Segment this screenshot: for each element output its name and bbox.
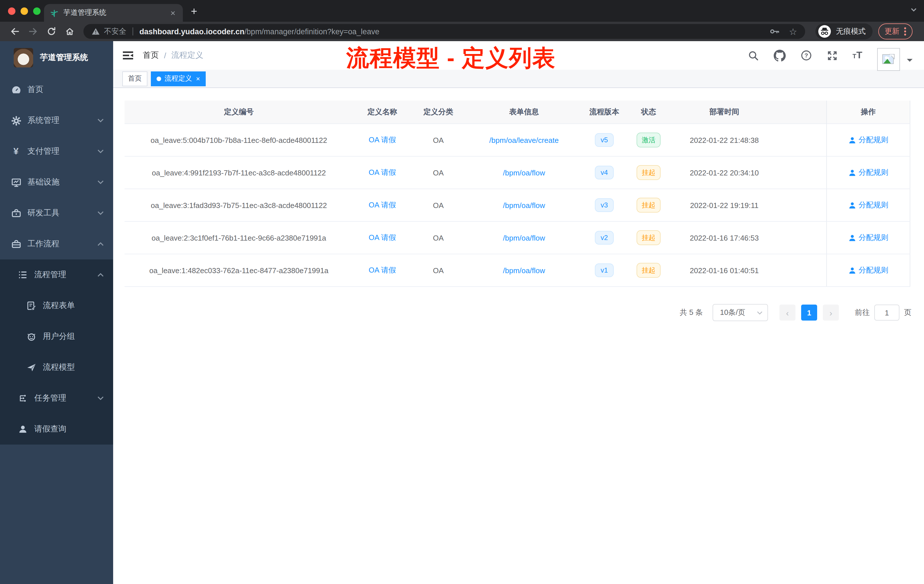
sidebar-item-task-management[interactable]: 任务管理 [0,383,113,414]
incognito-badge[interactable]: 无痕模式 [815,23,873,40]
breadcrumb: 首页 / 流程定义 [143,50,203,61]
definition-name-link[interactable]: OA 请假 [369,265,396,276]
column-header: 流程版本 [583,101,626,124]
page-1-button[interactable]: 1 [801,305,817,320]
form-icon [26,300,37,311]
new-tab-button[interactable]: + [191,6,197,16]
browser-tabstrip: 芋道管理系统 × + [0,0,924,22]
next-page-button[interactable]: › [823,305,839,320]
column-header: 定义编号 [125,101,353,124]
sidebar-item-payment[interactable]: ¥ 支付管理 [0,136,113,167]
column-header: 操作 [826,101,910,124]
sidebar-item-process-form[interactable]: 流程表单 [0,290,113,321]
deploy-time: 2022-01-22 20:34:10 [672,157,777,188]
sidebar-item-leave-query[interactable]: 请假查询 [0,414,113,445]
bookmark-star-icon[interactable]: ☆ [789,26,797,37]
page-size-value: 10条/页 [720,307,745,318]
assign-rule-button[interactable]: 分配规则 [848,265,888,276]
definition-id: oa_leave:1:482ec033-762a-11ec-8477-a2380… [125,254,353,286]
workflow-submenu: 流程管理 流程表单 用户分组 [0,259,113,445]
status-badge: 挂起 [637,198,660,213]
definition-name-link[interactable]: OA 请假 [369,167,396,178]
sidebar-item-system[interactable]: 系统管理 [0,105,113,136]
sidebar-item-label: 任务管理 [34,393,97,403]
definition-name-link[interactable]: OA 请假 [369,135,396,145]
maximize-window-button[interactable] [33,7,41,15]
password-key-icon[interactable] [769,27,780,35]
assign-rule-button[interactable]: 分配规则 [848,233,888,243]
form-link[interactable]: /bpm/oa/flow [503,233,545,242]
tag-process-definition[interactable]: 流程定义 × [151,71,206,86]
reload-icon[interactable] [46,26,56,36]
tab-search-chevron-icon[interactable] [910,7,917,12]
user-icon [848,169,856,176]
font-size-icon[interactable]: TT [853,50,862,61]
tag-home[interactable]: 首页 [122,71,147,86]
app-logo-row[interactable]: 芋道管理系统 [0,41,113,74]
sidebar-item-dev-tools[interactable]: 研发工具 [0,198,113,229]
page-size-select[interactable]: 10条/页 [713,304,768,321]
sidebar-item-process-model[interactable]: 流程模型 [0,352,113,383]
incognito-icon [818,25,832,38]
minimize-window-button[interactable] [21,7,28,15]
update-browser-button[interactable]: 更新 [878,23,912,40]
security-label[interactable]: 不安全 [104,26,126,36]
sidebar-item-label: 流程表单 [43,300,113,311]
help-question-icon[interactable]: ? [800,50,812,61]
sidebar-item-process-management[interactable]: 流程管理 [0,259,113,290]
assign-rule-label: 分配规则 [858,135,888,145]
list-tree-icon [17,270,28,280]
search-icon[interactable] [748,50,759,61]
goto-page-input[interactable] [874,305,899,320]
user-icon [848,234,856,241]
browser-menu-dots-icon[interactable] [904,27,906,36]
sidebar-item-label: 工作流程 [27,239,97,249]
table-row: oa_leave:2:3c1f0ef1-76b1-11ec-9c66-a2380… [125,222,910,254]
forward-icon[interactable] [28,26,38,36]
url-bar[interactable]: 不安全 dashboard.yudao.iocoder.cn/bpm/manag… [83,24,805,39]
tab-close-icon[interactable]: × [168,8,177,17]
chevron-down-icon [97,149,104,154]
definition-name-link[interactable]: OA 请假 [369,233,396,243]
definition-name-link[interactable]: OA 请假 [369,200,396,210]
avatar[interactable] [877,48,900,71]
definition-table: 定义编号 定义名称 定义分类 表单信息 流程版本 状态 部署时间 操作 oa_l… [125,101,910,287]
sidebar-item-home[interactable]: 首页 [0,74,113,105]
collapse-sidebar-icon[interactable] [113,41,143,70]
sidebar-item-infrastructure[interactable]: 基础设施 [0,167,113,198]
form-link[interactable]: /bpm/oa/flow [503,266,545,275]
github-icon[interactable] [774,49,786,61]
definition-category: OA [411,157,465,188]
deploy-time: 2022-01-16 17:46:53 [672,222,777,254]
briefcase-icon [10,239,22,249]
form-link[interactable]: /bpm/oa/flow [503,201,545,210]
back-icon[interactable] [10,26,20,36]
form-link[interactable]: /bpm/oa/flow [503,168,545,177]
definition-category: OA [411,254,465,286]
sidebar-item-user-group[interactable]: 用户分组 [0,321,113,352]
form-link[interactable]: /bpm/oa/leave/create [489,136,559,144]
assign-rule-label: 分配规则 [858,265,888,276]
assign-rule-button[interactable]: 分配规则 [848,167,888,178]
broken-image-icon [882,53,896,66]
assign-rule-button[interactable]: 分配规则 [848,135,888,145]
assign-rule-button[interactable]: 分配规则 [848,200,888,210]
prev-page-button[interactable]: ‹ [779,305,795,320]
chevron-up-icon [97,242,104,246]
fullscreen-icon[interactable] [827,50,838,61]
sidebar-item-label: 首页 [27,84,113,95]
sidebar-item-workflow[interactable]: 工作流程 [0,229,113,259]
chevron-up-icon [97,272,104,277]
breadcrumb-current: 流程定义 [172,50,203,61]
breadcrumb-home-link[interactable]: 首页 [143,50,159,61]
sidebar-item-label: 系统管理 [27,115,97,126]
pagination: 共 5 条 10条/页 ‹ 1 › 前往 页 [113,304,924,321]
app-logo [14,48,33,68]
close-window-button[interactable] [8,7,15,15]
user-icon [17,424,28,434]
avatar-caret-down-icon[interactable] [907,59,912,64]
browser-tab[interactable]: 芋道管理系统 × [44,4,183,22]
tag-close-icon[interactable]: × [196,74,200,82]
home-icon[interactable] [64,26,75,36]
page-content: 定义编号 定义名称 定义分类 表单信息 流程版本 状态 部署时间 操作 oa_l… [113,88,924,584]
